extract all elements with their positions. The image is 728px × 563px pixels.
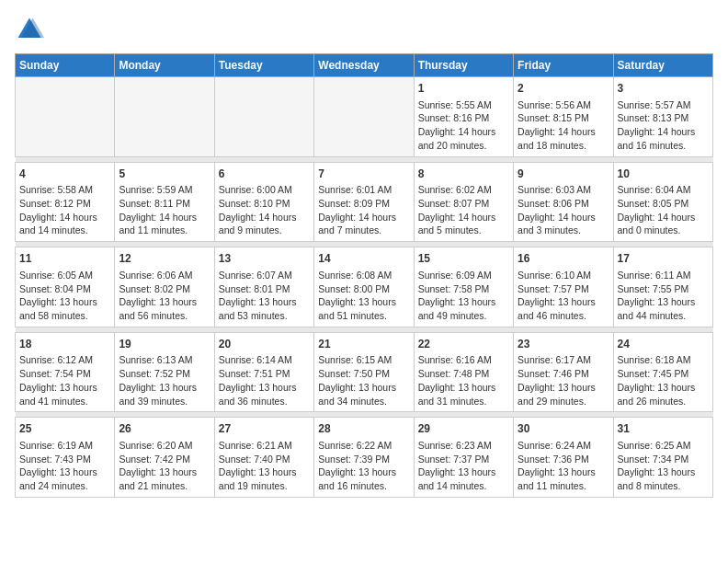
calendar-day: 15Sunrise: 6:09 AM Sunset: 7:58 PM Dayli… xyxy=(414,247,513,327)
day-info: Sunrise: 6:17 AM Sunset: 7:46 PM Dayligh… xyxy=(518,353,609,408)
calendar-day: 31Sunrise: 6:25 AM Sunset: 7:34 PM Dayli… xyxy=(613,418,712,498)
calendar-day: 5Sunrise: 5:59 AM Sunset: 8:11 PM Daylig… xyxy=(115,162,214,242)
day-info: Sunrise: 6:22 AM Sunset: 7:39 PM Dayligh… xyxy=(318,439,409,493)
calendar-day: 25Sunrise: 6:19 AM Sunset: 7:43 PM Dayli… xyxy=(16,418,115,498)
calendar-day: 6Sunrise: 6:00 AM Sunset: 8:10 PM Daylig… xyxy=(214,162,313,242)
day-number: 7 xyxy=(318,167,409,182)
calendar-day: 4Sunrise: 5:58 AM Sunset: 8:12 PM Daylig… xyxy=(16,162,115,242)
calendar-day xyxy=(115,77,214,157)
day-info: Sunrise: 6:00 AM Sunset: 8:10 PM Dayligh… xyxy=(219,183,310,237)
calendar-day: 12Sunrise: 6:06 AM Sunset: 8:02 PM Dayli… xyxy=(115,247,214,327)
calendar-week-row: 11Sunrise: 6:05 AM Sunset: 8:04 PM Dayli… xyxy=(16,247,713,327)
day-number: 14 xyxy=(318,251,409,267)
day-number: 9 xyxy=(518,167,609,182)
calendar-day: 11Sunrise: 6:05 AM Sunset: 8:04 PM Dayli… xyxy=(16,247,115,327)
calendar-day: 3Sunrise: 5:57 AM Sunset: 8:13 PM Daylig… xyxy=(613,77,712,157)
calendar-week-row: 25Sunrise: 6:19 AM Sunset: 7:43 PM Dayli… xyxy=(16,418,713,498)
day-info: Sunrise: 6:01 AM Sunset: 8:09 PM Dayligh… xyxy=(318,183,409,237)
day-number: 17 xyxy=(618,251,709,267)
calendar-day xyxy=(314,77,414,157)
calendar-day: 10Sunrise: 6:04 AM Sunset: 8:05 PM Dayli… xyxy=(613,162,712,242)
calendar-day xyxy=(16,77,115,157)
logo xyxy=(15,15,48,44)
day-info: Sunrise: 6:14 AM Sunset: 7:51 PM Dayligh… xyxy=(219,353,310,408)
weekday-header-saturday: Saturday xyxy=(613,54,712,77)
day-info: Sunrise: 5:55 AM Sunset: 8:16 PM Dayligh… xyxy=(418,98,509,153)
calendar-day: 13Sunrise: 6:07 AM Sunset: 8:01 PM Dayli… xyxy=(214,247,313,327)
day-info: Sunrise: 6:05 AM Sunset: 8:04 PM Dayligh… xyxy=(19,269,110,323)
calendar-day: 27Sunrise: 6:21 AM Sunset: 7:40 PM Dayli… xyxy=(214,418,313,498)
calendar-week-row: 1Sunrise: 5:55 AM Sunset: 8:16 PM Daylig… xyxy=(16,77,713,157)
day-number: 28 xyxy=(318,421,409,437)
calendar-week-row: 4Sunrise: 5:58 AM Sunset: 8:12 PM Daylig… xyxy=(16,162,713,242)
day-info: Sunrise: 6:19 AM Sunset: 7:43 PM Dayligh… xyxy=(19,439,110,493)
calendar-day: 22Sunrise: 6:16 AM Sunset: 7:48 PM Dayli… xyxy=(414,332,513,412)
day-info: Sunrise: 6:10 AM Sunset: 7:57 PM Dayligh… xyxy=(518,269,609,323)
day-info: Sunrise: 5:58 AM Sunset: 8:12 PM Dayligh… xyxy=(19,183,110,237)
day-info: Sunrise: 6:11 AM Sunset: 7:55 PM Dayligh… xyxy=(618,269,709,323)
weekday-header-sunday: Sunday xyxy=(16,54,115,77)
weekday-header-row: SundayMondayTuesdayWednesdayThursdayFrid… xyxy=(16,54,713,77)
day-number: 10 xyxy=(618,167,709,182)
calendar-day: 21Sunrise: 6:15 AM Sunset: 7:50 PM Dayli… xyxy=(314,332,414,412)
day-number: 30 xyxy=(518,421,609,437)
day-number: 29 xyxy=(418,421,509,437)
calendar-day: 16Sunrise: 6:10 AM Sunset: 7:57 PM Dayli… xyxy=(514,247,613,327)
day-number: 27 xyxy=(219,421,310,437)
weekday-header-thursday: Thursday xyxy=(414,54,513,77)
calendar-day: 19Sunrise: 6:13 AM Sunset: 7:52 PM Dayli… xyxy=(115,332,214,412)
day-number: 22 xyxy=(418,337,509,352)
day-number: 3 xyxy=(618,81,709,97)
day-info: Sunrise: 5:59 AM Sunset: 8:11 PM Dayligh… xyxy=(119,183,210,237)
day-number: 18 xyxy=(19,337,110,352)
day-number: 31 xyxy=(618,421,709,437)
calendar-day: 23Sunrise: 6:17 AM Sunset: 7:46 PM Dayli… xyxy=(514,332,613,412)
calendar-day: 14Sunrise: 6:08 AM Sunset: 8:00 PM Dayli… xyxy=(314,247,414,327)
day-info: Sunrise: 6:21 AM Sunset: 7:40 PM Dayligh… xyxy=(219,439,310,493)
calendar-day: 8Sunrise: 6:02 AM Sunset: 8:07 PM Daylig… xyxy=(414,162,513,242)
day-info: Sunrise: 6:06 AM Sunset: 8:02 PM Dayligh… xyxy=(119,269,210,323)
day-number: 6 xyxy=(219,167,310,182)
logo-icon xyxy=(15,15,44,44)
day-number: 21 xyxy=(318,337,409,352)
calendar-day: 7Sunrise: 6:01 AM Sunset: 8:09 PM Daylig… xyxy=(314,162,414,242)
calendar-day: 30Sunrise: 6:24 AM Sunset: 7:36 PM Dayli… xyxy=(514,418,613,498)
day-info: Sunrise: 6:25 AM Sunset: 7:34 PM Dayligh… xyxy=(618,439,709,493)
weekday-header-friday: Friday xyxy=(514,54,613,77)
day-number: 11 xyxy=(19,251,110,267)
day-info: Sunrise: 6:03 AM Sunset: 8:06 PM Dayligh… xyxy=(518,183,609,237)
day-info: Sunrise: 6:09 AM Sunset: 7:58 PM Dayligh… xyxy=(418,269,509,323)
day-info: Sunrise: 5:56 AM Sunset: 8:15 PM Dayligh… xyxy=(518,98,609,153)
day-number: 1 xyxy=(418,81,509,97)
weekday-header-monday: Monday xyxy=(115,54,214,77)
calendar-day: 26Sunrise: 6:20 AM Sunset: 7:42 PM Dayli… xyxy=(115,418,214,498)
day-info: Sunrise: 6:23 AM Sunset: 7:37 PM Dayligh… xyxy=(418,439,509,493)
day-number: 25 xyxy=(19,421,110,437)
calendar-day: 17Sunrise: 6:11 AM Sunset: 7:55 PM Dayli… xyxy=(613,247,712,327)
day-info: Sunrise: 6:24 AM Sunset: 7:36 PM Dayligh… xyxy=(518,439,609,493)
weekday-header-wednesday: Wednesday xyxy=(314,54,414,77)
day-number: 12 xyxy=(119,251,210,267)
calendar-day: 20Sunrise: 6:14 AM Sunset: 7:51 PM Dayli… xyxy=(214,332,313,412)
day-info: Sunrise: 6:12 AM Sunset: 7:54 PM Dayligh… xyxy=(19,353,110,408)
calendar-day: 2Sunrise: 5:56 AM Sunset: 8:15 PM Daylig… xyxy=(514,77,613,157)
day-info: Sunrise: 6:13 AM Sunset: 7:52 PM Dayligh… xyxy=(119,353,210,408)
day-number: 5 xyxy=(119,167,210,182)
page-header xyxy=(15,15,713,44)
day-info: Sunrise: 6:02 AM Sunset: 8:07 PM Dayligh… xyxy=(418,183,509,237)
calendar-day: 24Sunrise: 6:18 AM Sunset: 7:45 PM Dayli… xyxy=(613,332,712,412)
day-number: 4 xyxy=(19,167,110,182)
day-number: 23 xyxy=(518,337,609,352)
day-number: 8 xyxy=(418,167,509,182)
day-info: Sunrise: 6:15 AM Sunset: 7:50 PM Dayligh… xyxy=(318,353,409,408)
calendar-day: 18Sunrise: 6:12 AM Sunset: 7:54 PM Dayli… xyxy=(16,332,115,412)
day-info: Sunrise: 6:18 AM Sunset: 7:45 PM Dayligh… xyxy=(618,353,709,408)
calendar-day xyxy=(214,77,313,157)
calendar-day: 1Sunrise: 5:55 AM Sunset: 8:16 PM Daylig… xyxy=(414,77,513,157)
calendar-day: 29Sunrise: 6:23 AM Sunset: 7:37 PM Dayli… xyxy=(414,418,513,498)
day-info: Sunrise: 5:57 AM Sunset: 8:13 PM Dayligh… xyxy=(618,98,709,153)
day-number: 13 xyxy=(219,251,310,267)
day-info: Sunrise: 6:08 AM Sunset: 8:00 PM Dayligh… xyxy=(318,269,409,323)
day-number: 16 xyxy=(518,251,609,267)
day-number: 15 xyxy=(418,251,509,267)
